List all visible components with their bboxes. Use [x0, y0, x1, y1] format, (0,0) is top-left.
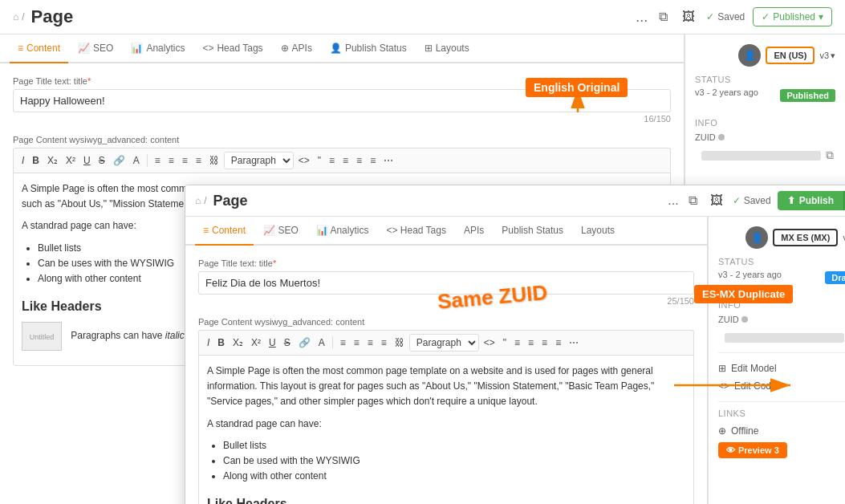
win2-superscript-btn[interactable]: X² [248, 335, 264, 350]
more-btn[interactable]: ⋯ [380, 153, 396, 168]
char-count: 16/150 [13, 114, 671, 124]
indent-btn[interactable]: ≡ [353, 153, 365, 168]
home-icon[interactable]: ⌂ [13, 11, 18, 22]
info-label-2: INFO [718, 300, 845, 310]
win2-tab-seo[interactable]: 📈 SEO [255, 217, 307, 246]
win2-chain-btn[interactable]: ⛓ [392, 335, 408, 350]
publish-status-icon: 👤 [330, 43, 342, 54]
win2-align-justify[interactable]: ≡ [378, 335, 390, 350]
win2-strike-btn[interactable]: S [281, 335, 294, 350]
win2-dots[interactable]: ... [668, 193, 678, 208]
align-center-btn[interactable]: ≡ [165, 153, 177, 168]
align-justify-btn[interactable]: ≡ [193, 153, 205, 168]
tab-analytics[interactable]: 📊 Analytics [123, 35, 193, 63]
win2-list-btn[interactable]: ≡ [511, 335, 523, 350]
media-icon[interactable]: 🖼 [679, 6, 698, 27]
align-left-btn[interactable]: ≡ [152, 153, 164, 168]
win2-publish-button[interactable]: ⬆ Publish [778, 191, 843, 210]
code-btn[interactable]: <> [295, 153, 313, 168]
preview-3-button[interactable]: 👁 Preview 3 [718, 442, 787, 458]
links-section-2: LINKS ⊕ Offline 👁 Preview 3 [718, 401, 845, 458]
align-right-btn[interactable]: ≡ [179, 153, 191, 168]
win2-align-right[interactable]: ≡ [364, 335, 376, 350]
head-tags-icon: <> [202, 43, 213, 54]
tab-seo[interactable]: 📈 SEO [70, 35, 121, 63]
win2-outdent-btn[interactable]: ≡ [552, 335, 564, 350]
win2-home-icon[interactable]: ⌂ [195, 195, 201, 206]
outdent-btn[interactable]: ≡ [367, 153, 379, 168]
win2-bold-btn[interactable]: B [214, 335, 228, 350]
win2-italic-btn[interactable]: I [204, 335, 213, 350]
tab-head-tags[interactable]: <> Head Tags [194, 35, 270, 63]
tab-content[interactable]: ≡ Content [10, 35, 68, 63]
win2-quote-btn[interactable]: " [500, 335, 510, 350]
win2-tab-apis[interactable]: APIs [456, 217, 492, 246]
page-title-field-label: Page Title text: title* [13, 76, 671, 86]
italic-btn[interactable]: I [18, 153, 27, 168]
win2-indent-btn[interactable]: ≡ [538, 335, 550, 350]
quote-btn[interactable]: " [315, 153, 324, 168]
win2-tabs-bar: ≡ Content 📈 SEO 📊 Analytics <> Head Tags… [185, 217, 707, 246]
win2-title-input[interactable]: Feliz Dia de los Muertos! [198, 271, 694, 295]
win2-tab-content[interactable]: ≡ Content [195, 217, 254, 246]
info-key-1: ZUID [695, 132, 725, 142]
win2-underline-btn[interactable]: U [266, 335, 279, 350]
tab-apis[interactable]: ⊕ APIs [273, 35, 320, 63]
copy-button-1[interactable]: ⧉ [824, 147, 835, 164]
win2-olist-btn[interactable]: ≡ [525, 335, 537, 350]
win2-tab-head-tags[interactable]: <> Head Tags [378, 217, 454, 246]
top-bar: ⌂ / Page ... ⧉ 🖼 ✓ Saved ✓ Published [0, 0, 845, 35]
analytics-icon: 📊 [131, 43, 143, 54]
subscript-btn[interactable]: X₂ [44, 153, 61, 168]
win2-media-icon[interactable]: 🖼 [707, 190, 726, 211]
list-btn[interactable]: ≡ [326, 153, 338, 168]
win2-align-center[interactable]: ≡ [351, 335, 363, 350]
win2-tab-layouts[interactable]: Layouts [573, 217, 623, 246]
info-row-1: ZUID [695, 132, 835, 142]
highlight-btn[interactable]: A [130, 153, 143, 168]
version-selector-1[interactable]: v3 ▾ [819, 51, 835, 61]
side-panel-2: 👤 MX ES (MX) v3 ▾ STATUS v3 - 2 years ag… [708, 217, 845, 504]
win2-code-btn[interactable]: <> [481, 335, 498, 350]
publish-group[interactable]: ✓ Published ▾ [753, 7, 832, 26]
edit-model-link[interactable]: ⊞ Edit Model [718, 360, 845, 377]
ordered-list-btn[interactable]: ≡ [339, 153, 351, 168]
win2-align-left[interactable]: ≡ [337, 335, 349, 350]
page-title-input[interactable]: Happy Halloween! [13, 89, 671, 112]
tab-layouts[interactable]: ⊞ Layouts [416, 35, 477, 63]
paragraph-select[interactable]: Paragraph Heading 1 Heading 2 [224, 152, 294, 169]
win2-link-btn[interactable]: 🔗 [295, 335, 314, 350]
upload-icon: ⬆ [787, 195, 795, 206]
language-selector-2[interactable]: MX ES (MX) [773, 229, 838, 246]
bold-btn[interactable]: B [29, 153, 43, 168]
strikethrough-btn[interactable]: S [95, 153, 108, 168]
published-button[interactable]: ✓ Published ▾ [753, 7, 832, 26]
offline-link[interactable]: ⊕ Offline [718, 423, 845, 439]
chain-btn[interactable]: ⛓ [206, 153, 222, 168]
win2-tab-analytics[interactable]: 📊 Analytics [308, 217, 377, 246]
win2-tab-publish[interactable]: Publish Status [494, 217, 571, 246]
win2-content-editor[interactable]: A Simple Page is often the most common p… [198, 355, 694, 504]
copy-icon[interactable]: ⧉ [656, 6, 671, 27]
superscript-btn[interactable]: X² [63, 153, 79, 168]
language-selector-1[interactable]: EN (US) [766, 47, 815, 64]
info-val-1 [701, 151, 821, 161]
version-info-2: v3 - 2 years ago [718, 270, 782, 279]
win2-toolbar: I B X₂ X² U S 🔗 A ≡ ≡ [198, 330, 694, 355]
more-options-icon[interactable]: ... [636, 9, 648, 26]
link-btn[interactable]: 🔗 [110, 153, 128, 168]
status-dot-1 [718, 134, 725, 140]
page-content-field-label: Page Content wysiwyg_advanced: content [13, 135, 671, 144]
win2-para-select[interactable]: Paragraph [409, 334, 479, 352]
edit-code-link[interactable]: <> Edit Code [718, 377, 845, 395]
win2-more-btn[interactable]: ⋯ [566, 335, 582, 350]
win2-highlight-btn[interactable]: A [315, 335, 328, 350]
underline-btn[interactable]: U [80, 153, 94, 168]
win2-publish-group[interactable]: ⬆ Publish ▾ [778, 191, 845, 210]
tab-publish-status[interactable]: 👤 Publish Status [322, 35, 415, 63]
status-section-2: STATUS v3 - 2 years ago Draft [718, 257, 845, 286]
win2-copy-icon[interactable]: ⧉ [685, 190, 701, 211]
page-title: Page [31, 6, 74, 27]
status-label-2: STATUS [718, 257, 845, 266]
win2-subscript-btn[interactable]: X₂ [230, 335, 246, 350]
